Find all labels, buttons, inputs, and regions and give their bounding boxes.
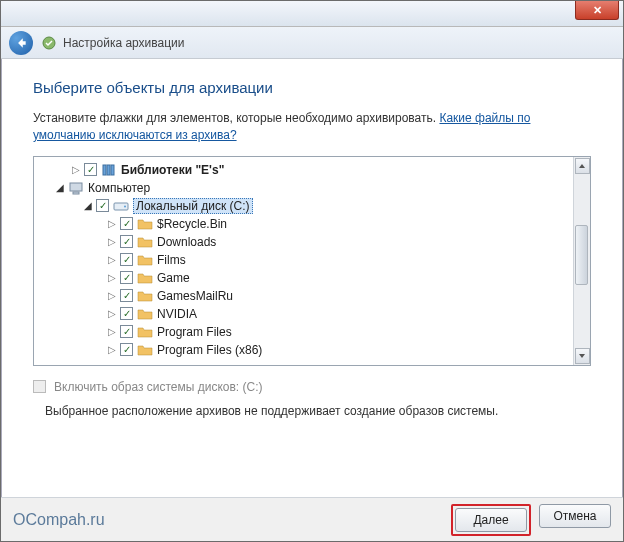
- checkbox[interactable]: ✓: [120, 235, 133, 248]
- cancel-button[interactable]: Отмена: [539, 504, 611, 528]
- wizard-window: ✕ Настройка архивации Выберите объекты д…: [0, 0, 624, 542]
- expander-collapsed-icon[interactable]: ▷: [106, 236, 118, 248]
- next-button[interactable]: Далее: [455, 508, 527, 532]
- checkbox[interactable]: ✓: [120, 289, 133, 302]
- tree-item-folder[interactable]: Downloads: [157, 235, 216, 249]
- expander-collapsed-icon[interactable]: ▷: [106, 218, 118, 230]
- wizard-body: Выберите объекты для архивации Установит…: [1, 59, 623, 541]
- nav-title: Настройка архивации: [63, 36, 185, 50]
- tree-item-folder[interactable]: $Recycle.Bin: [157, 217, 227, 231]
- system-image-label: Включить образ системы дисков: (C:): [54, 380, 263, 394]
- tree-item-libraries[interactable]: Библиотеки "E's": [121, 163, 224, 177]
- tree-item-local-disk[interactable]: Локальный диск (C:): [133, 198, 253, 214]
- scrollbar-thumb[interactable]: [575, 225, 588, 285]
- tree-item-computer[interactable]: Компьютер: [88, 181, 150, 195]
- svg-rect-2: [107, 165, 110, 175]
- vertical-scrollbar[interactable]: [573, 157, 590, 365]
- titlebar: ✕: [1, 1, 623, 27]
- expander-collapsed-icon[interactable]: ▷: [106, 344, 118, 356]
- expander-expanded-icon[interactable]: ◢: [54, 182, 66, 194]
- checkbox[interactable]: ✓: [120, 325, 133, 338]
- folder-icon: [137, 324, 153, 340]
- tree-item-folder[interactable]: Films: [157, 253, 186, 267]
- tree-item-folder[interactable]: Program Files (x86): [157, 343, 262, 357]
- footer-buttons: Далее Отмена: [451, 504, 611, 536]
- folder-icon: [137, 306, 153, 322]
- computer-icon: [68, 180, 84, 196]
- drive-icon: [113, 198, 129, 214]
- folder-icon: [137, 288, 153, 304]
- svg-rect-1: [103, 165, 106, 175]
- expander-expanded-icon[interactable]: ◢: [82, 200, 94, 212]
- back-button[interactable]: [9, 31, 33, 55]
- checkbox[interactable]: ✓: [96, 199, 109, 212]
- scrollbar-track[interactable]: [575, 175, 590, 347]
- svg-rect-4: [70, 183, 82, 191]
- close-button[interactable]: ✕: [575, 1, 619, 20]
- watermark: OCompah.ru: [13, 511, 105, 529]
- expander-collapsed-icon[interactable]: ▷: [70, 164, 82, 176]
- chevron-down-icon: [578, 352, 586, 360]
- folder-icon: [137, 216, 153, 232]
- tree-item-folder[interactable]: Game: [157, 271, 190, 285]
- folder-icon: [137, 252, 153, 268]
- page-title: Выберите объекты для архивации: [33, 79, 591, 96]
- system-image-option: Включить образ системы дисков: (C:): [33, 380, 591, 394]
- checkbox[interactable]: ✓: [120, 253, 133, 266]
- footer: OCompah.ru Далее Отмена: [1, 497, 623, 541]
- expander-collapsed-icon[interactable]: ▷: [106, 290, 118, 302]
- expander-collapsed-icon[interactable]: ▷: [106, 326, 118, 338]
- libraries-icon: [101, 162, 117, 178]
- arrow-left-icon: [14, 36, 28, 50]
- checkbox-disabled: [33, 380, 46, 393]
- options-area: Включить образ системы дисков: (C:) Выбр…: [33, 380, 591, 418]
- checkbox[interactable]: ✓: [84, 163, 97, 176]
- page-description: Установите флажки для элементов, которые…: [33, 110, 591, 144]
- svg-point-7: [124, 205, 126, 207]
- tree-view[interactable]: ▷ ✓ Библиотеки "E's" ◢: [34, 157, 573, 365]
- tree-item-folder[interactable]: Program Files: [157, 325, 232, 339]
- chevron-up-icon: [578, 162, 586, 170]
- checkbox[interactable]: ✓: [120, 307, 133, 320]
- folder-icon: [137, 270, 153, 286]
- checkbox[interactable]: ✓: [120, 271, 133, 284]
- nav-bar: Настройка архивации: [1, 27, 623, 59]
- highlight-next: Далее: [451, 504, 531, 536]
- folder-icon: [137, 342, 153, 358]
- warning-note: Выбранное расположение архивов не поддер…: [45, 404, 591, 418]
- expander-collapsed-icon[interactable]: ▷: [106, 272, 118, 284]
- close-icon: ✕: [593, 4, 602, 17]
- svg-rect-5: [73, 192, 79, 194]
- scroll-down-button[interactable]: [575, 348, 590, 364]
- checkbox[interactable]: ✓: [120, 217, 133, 230]
- svg-rect-3: [111, 165, 114, 175]
- expander-collapsed-icon[interactable]: ▷: [106, 254, 118, 266]
- folder-icon: [137, 234, 153, 250]
- desc-text: Установите флажки для элементов, которые…: [33, 111, 439, 125]
- tree-item-folder[interactable]: GamesMailRu: [157, 289, 233, 303]
- checkbox[interactable]: ✓: [120, 343, 133, 356]
- tree-item-folder[interactable]: NVIDIA: [157, 307, 197, 321]
- scroll-up-button[interactable]: [575, 158, 590, 174]
- backup-icon: [41, 35, 57, 51]
- tree-container: ▷ ✓ Библиотеки "E's" ◢: [33, 156, 591, 366]
- expander-collapsed-icon[interactable]: ▷: [106, 308, 118, 320]
